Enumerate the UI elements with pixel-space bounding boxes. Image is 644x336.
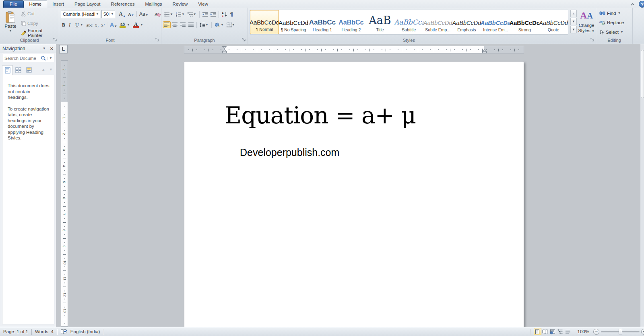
italic-button[interactable]: I: [68, 21, 74, 29]
search-input[interactable]: [2, 56, 36, 61]
bold-button[interactable]: B: [61, 21, 68, 29]
paste-button[interactable]: Paste ▼: [2, 9, 19, 42]
fullscreen-reading-view-button[interactable]: [541, 328, 549, 335]
highlight-dropdown-icon[interactable]: ▼: [127, 23, 130, 27]
vertical-scrollbar[interactable]: [640, 44, 644, 327]
scrollbar-thumb[interactable]: [641, 50, 644, 98]
gallery-more-button[interactable]: ▼: [570, 26, 577, 33]
draft-view-button[interactable]: [564, 328, 572, 335]
tab-home[interactable]: Home: [24, 0, 47, 8]
clipboard-dialog-launcher[interactable]: [53, 38, 58, 42]
superscript-button[interactable]: x²: [100, 22, 106, 28]
select-button[interactable]: Select ▼: [599, 29, 623, 35]
paste-dropdown-icon[interactable]: ▼: [9, 29, 12, 33]
tab-insert[interactable]: Insert: [47, 1, 69, 8]
style-quote[interactable]: AaBbCcDdQuote: [539, 10, 568, 34]
indent-markers-left[interactable]: [222, 46, 227, 53]
style-heading-1[interactable]: AaBbCcHeading 1: [308, 10, 337, 34]
strikethrough-button[interactable]: abc: [85, 22, 94, 28]
multilevel-list-button[interactable]: ▼: [186, 11, 198, 18]
style-normal[interactable]: AaBbCcDd¶ Normal: [250, 10, 279, 34]
shading-button[interactable]: ▼: [213, 21, 225, 29]
print-layout-view-button[interactable]: [534, 328, 541, 335]
proofing-icon[interactable]: [60, 329, 67, 334]
align-left-button[interactable]: [163, 21, 171, 28]
browse-pages-tab[interactable]: [13, 65, 24, 75]
style-heading-2[interactable]: AaBbCcHeading 2: [337, 10, 366, 34]
style-emphasis[interactable]: AaBbCcDdEmphasis: [452, 10, 481, 34]
language-indicator[interactable]: English (India): [70, 329, 100, 334]
underline-dropdown-icon[interactable]: ▼: [80, 23, 83, 27]
tab-page-layout[interactable]: Page Layout: [69, 1, 106, 8]
clear-formatting-button[interactable]: A: [153, 10, 162, 18]
search-options-dropdown-icon[interactable]: ▼: [47, 57, 54, 60]
style-no-spacing[interactable]: AaBbCcDd¶ No Spacing: [279, 10, 308, 34]
tab-mailings[interactable]: Mailings: [140, 1, 167, 8]
next-heading-icon[interactable]: ▼: [49, 68, 53, 72]
decrease-indent-button[interactable]: [201, 11, 209, 18]
font-size-dropdown-icon[interactable]: ▼: [109, 12, 114, 16]
tab-references[interactable]: References: [106, 1, 140, 8]
document-page[interactable]: Equation = a+ μ Developerpublish.com: [184, 61, 524, 327]
page-indicator[interactable]: Page: 1 of 1: [3, 329, 28, 334]
style-subtle-emp[interactable]: AaBbCcDdSubtle Emp...: [423, 10, 452, 34]
tab-file[interactable]: File: [3, 0, 24, 8]
justify-button[interactable]: [187, 21, 195, 28]
font-family-dropdown-icon[interactable]: ▼: [95, 12, 99, 16]
vertical-ruler[interactable]: 2112345678910111213: [61, 60, 68, 327]
paragraph-dialog-launcher[interactable]: [242, 38, 246, 42]
zoom-level[interactable]: 100%: [578, 329, 589, 334]
word-count[interactable]: Words: 4: [35, 329, 54, 334]
change-case-button[interactable]: Aa▼: [138, 10, 150, 18]
font-dialog-launcher[interactable]: [155, 38, 160, 42]
browse-results-tab[interactable]: [24, 65, 35, 75]
increase-indent-button[interactable]: [209, 11, 217, 18]
text-effects-button[interactable]: A▼: [109, 21, 118, 29]
grow-font-button[interactable]: A▲: [118, 10, 127, 18]
zoom-in-button[interactable]: +: [641, 329, 644, 335]
font-size-combobox[interactable]: 50 ▼: [101, 10, 115, 18]
align-center-button[interactable]: [171, 21, 179, 28]
shrink-font-button[interactable]: A▼: [127, 11, 135, 17]
change-styles-button[interactable]: Change Styles ▼: [577, 23, 596, 33]
search-icon[interactable]: [41, 55, 46, 61]
sort-button[interactable]: AZ: [221, 10, 229, 18]
numbering-button[interactable]: 123 ▼: [175, 11, 186, 18]
highlight-color-button[interactable]: ab: [118, 22, 127, 29]
zoom-out-button[interactable]: −: [593, 329, 599, 335]
style-intense-em[interactable]: AaBbCcDaIntense Em...: [481, 10, 510, 34]
previous-heading-icon[interactable]: ▲: [41, 68, 45, 72]
navigation-pane-menu-icon[interactable]: ▼: [43, 47, 46, 50]
show-hide-pilcrow-button[interactable]: ¶: [229, 10, 234, 18]
tab-view[interactable]: View: [193, 1, 213, 8]
font-color-dropdown-icon[interactable]: ▼: [140, 23, 143, 27]
web-layout-view-button[interactable]: [549, 328, 557, 335]
underline-button[interactable]: U: [74, 21, 80, 29]
find-button[interactable]: Find ▼: [599, 11, 621, 16]
align-right-button[interactable]: [179, 21, 187, 28]
gallery-scroll-up-button[interactable]: ▲: [570, 10, 577, 17]
zoom-slider-handle[interactable]: [619, 329, 622, 334]
line-spacing-button[interactable]: ▼: [198, 21, 210, 29]
outline-view-button[interactable]: [557, 328, 564, 335]
indent-marker-right[interactable]: [482, 49, 487, 53]
font-family-combobox[interactable]: Cambria (Headin ▼: [61, 10, 100, 18]
style-subtitle[interactable]: AaBbCciSubtitle: [394, 10, 423, 34]
minimize-ribbon-icon[interactable]: [630, 2, 636, 7]
horizontal-ruler[interactable]: [184, 46, 524, 53]
format-painter-button[interactable]: Format Painter: [20, 29, 59, 37]
borders-button[interactable]: ▼: [225, 21, 236, 29]
copy-button[interactable]: Copy: [20, 20, 59, 27]
browse-headings-tab[interactable]: [2, 65, 13, 75]
replace-button[interactable]: abac Replace: [599, 20, 624, 25]
bullets-button[interactable]: ▼: [163, 11, 174, 18]
style-title[interactable]: AaBTitle: [365, 10, 394, 34]
help-icon[interactable]: ?: [639, 1, 644, 8]
subscript-button[interactable]: x₂: [94, 22, 100, 28]
zoom-slider[interactable]: [601, 331, 640, 332]
font-color-button[interactable]: A: [132, 21, 140, 29]
gallery-scroll-down-button[interactable]: ▼: [570, 18, 577, 25]
style-strong[interactable]: AaBbCcDcStrong: [510, 10, 539, 34]
cut-button[interactable]: Cut: [20, 10, 59, 17]
navigation-pane-close-icon[interactable]: ✕: [50, 46, 54, 51]
